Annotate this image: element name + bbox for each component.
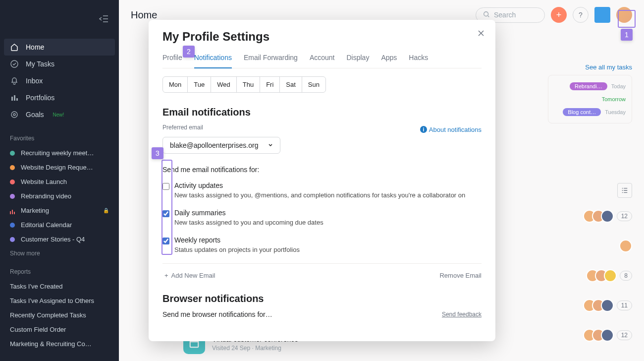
modal-tab-apps[interactable]: Apps bbox=[381, 50, 397, 68]
nav-goals[interactable]: Goals New! bbox=[0, 106, 119, 123]
new-badge: New! bbox=[53, 112, 64, 118]
svg-rect-2 bbox=[14, 95, 15, 101]
avatar-count: 12 bbox=[617, 211, 632, 221]
day-sat[interactable]: Sat bbox=[280, 77, 302, 92]
avatar bbox=[601, 210, 614, 223]
sidebar-report-item[interactable]: Marketing & Recruiting Co… bbox=[0, 337, 119, 351]
remove-email-button[interactable]: Remove Email bbox=[439, 272, 482, 279]
see-all-tasks-link[interactable]: See all my tasks bbox=[548, 60, 632, 75]
sidebar-report-item[interactable]: Recently Completed Tasks bbox=[0, 308, 119, 322]
favorites-header: Favorites bbox=[0, 127, 119, 146]
plus-icon: + bbox=[164, 272, 168, 279]
search-placeholder: Search bbox=[494, 11, 516, 19]
sidebar-favorite-item[interactable]: Marketing🔒 bbox=[0, 203, 119, 218]
task-time: Today bbox=[611, 83, 626, 89]
favorite-label: Marketing bbox=[21, 207, 49, 214]
nav-inbox[interactable]: Inbox bbox=[0, 72, 119, 89]
email-dropdown[interactable]: blake@apolloenterprises.org bbox=[162, 137, 280, 154]
task-pill: Blog cont… bbox=[563, 108, 601, 116]
profile-settings-modal: My Profile Settings ProfileNotifications… bbox=[149, 20, 495, 341]
search-icon bbox=[483, 11, 490, 19]
app-switcher[interactable] bbox=[594, 7, 610, 23]
callout-1: 1 bbox=[621, 29, 633, 41]
day-tue[interactable]: Tue bbox=[188, 77, 211, 92]
sidebar-report-item[interactable]: Tasks I've Created bbox=[0, 279, 119, 294]
sidebar-report-item[interactable]: Tasks I've Assigned to Others bbox=[0, 294, 119, 308]
member-avatars[interactable]: 12 bbox=[587, 329, 632, 342]
help-button[interactable]: ? bbox=[573, 7, 589, 23]
color-dot-icon bbox=[10, 194, 15, 199]
add-email-button[interactable]: + Add New Email bbox=[162, 272, 215, 279]
task-item[interactable]: Tomorrow bbox=[554, 93, 626, 105]
task-item[interactable]: Blog cont…Tuesday bbox=[554, 105, 626, 119]
color-dot-icon bbox=[10, 165, 15, 170]
modal-tab-account[interactable]: Account bbox=[310, 50, 335, 68]
weekday-selector[interactable]: MonTueWedThuFriSatSun bbox=[162, 76, 326, 93]
sidebar-favorite-item[interactable]: Editorial Calendar bbox=[0, 218, 119, 232]
avatar bbox=[619, 240, 632, 252]
option-desc: New tasks assigned to you, @mentions, an… bbox=[174, 191, 482, 199]
task-time: Tomorrow bbox=[602, 96, 626, 102]
member-avatars[interactable]: 12 bbox=[587, 210, 632, 223]
sidebar-favorite-item[interactable]: Website Design Reque… bbox=[0, 160, 119, 175]
notification-option: Weekly reportsStatus updates on projects… bbox=[162, 236, 482, 253]
avatar-count: 8 bbox=[620, 271, 632, 281]
nav-label: Inbox bbox=[26, 77, 43, 85]
favorite-label: Website Launch bbox=[21, 178, 67, 185]
browser-sub: Send me browser notifications for… bbox=[162, 310, 272, 318]
modal-close-button[interactable] bbox=[478, 29, 484, 39]
callout-2: 2 bbox=[183, 46, 195, 58]
member-avatars[interactable] bbox=[623, 240, 632, 252]
sidebar-favorite-item[interactable]: Recruiting weekly meet… bbox=[0, 146, 119, 160]
sidebar-favorite-item[interactable]: Rebranding video bbox=[0, 189, 119, 203]
svg-point-5 bbox=[13, 114, 15, 116]
svg-point-4 bbox=[11, 112, 17, 118]
email-value: blake@apolloenterprises.org bbox=[170, 141, 258, 149]
notification-checkbox[interactable] bbox=[162, 210, 169, 217]
about-notifications-link[interactable]: i About notifications bbox=[420, 126, 482, 133]
sidebar-report-item[interactable]: Custom Field Order bbox=[0, 322, 119, 337]
avatar bbox=[604, 269, 617, 282]
favorite-label: Website Design Reque… bbox=[21, 164, 93, 171]
user-avatar[interactable] bbox=[616, 7, 632, 23]
notification-option: Activity updatesNew tasks assigned to yo… bbox=[162, 181, 482, 199]
modal-tab-profile[interactable]: Profile bbox=[162, 50, 182, 68]
member-avatars[interactable]: 8 bbox=[590, 269, 632, 282]
nav-portfolios[interactable]: Portfolios bbox=[0, 89, 119, 106]
option-title: Daily summaries bbox=[174, 209, 482, 217]
modal-tab-notifications[interactable]: Notifications bbox=[194, 50, 232, 68]
modal-tab-display[interactable]: Display bbox=[346, 50, 369, 68]
nav-label: My Tasks bbox=[26, 60, 54, 68]
modal-tab-email-forwarding[interactable]: Email Forwarding bbox=[244, 50, 298, 68]
nav-home[interactable]: Home bbox=[4, 39, 115, 56]
day-mon[interactable]: Mon bbox=[163, 77, 188, 92]
avatar bbox=[601, 329, 614, 342]
day-fri[interactable]: Fri bbox=[260, 77, 280, 92]
day-wed[interactable]: Wed bbox=[211, 77, 237, 92]
option-title: Weekly reports bbox=[174, 236, 482, 244]
notification-checkbox[interactable] bbox=[162, 238, 169, 244]
callout-3: 3 bbox=[152, 147, 163, 159]
preferred-email-label: Preferred email bbox=[162, 124, 203, 131]
info-icon: i bbox=[420, 126, 427, 133]
modal-tab-hacks[interactable]: Hacks bbox=[409, 50, 428, 68]
favorite-label: Rebranding video bbox=[21, 192, 71, 200]
modal-title: My Profile Settings bbox=[162, 30, 482, 44]
reports-header: Reports bbox=[0, 260, 119, 279]
sidebar-favorite-item[interactable]: Customer Stories - Q4 bbox=[0, 232, 119, 246]
avatar-count: 12 bbox=[617, 330, 632, 340]
notification-checkbox[interactable] bbox=[162, 183, 169, 190]
show-more-link[interactable]: Show more bbox=[0, 246, 119, 260]
send-feedback-link[interactable]: Send feedback bbox=[442, 311, 482, 318]
sidebar-toggle-icon[interactable] bbox=[99, 15, 109, 24]
sidebar-favorite-item[interactable]: Website Launch bbox=[0, 175, 119, 189]
view-toggle-button[interactable] bbox=[617, 183, 632, 198]
task-item[interactable]: Rebrandi…Today bbox=[554, 79, 626, 93]
member-avatars[interactable]: 11 bbox=[587, 299, 632, 312]
day-thu[interactable]: Thu bbox=[237, 77, 260, 92]
home-icon bbox=[10, 43, 19, 52]
day-sun[interactable]: Sun bbox=[302, 77, 325, 92]
add-button[interactable]: + bbox=[551, 7, 567, 23]
chevron-down-icon bbox=[268, 141, 273, 149]
nav-my-tasks[interactable]: My Tasks bbox=[0, 56, 119, 72]
